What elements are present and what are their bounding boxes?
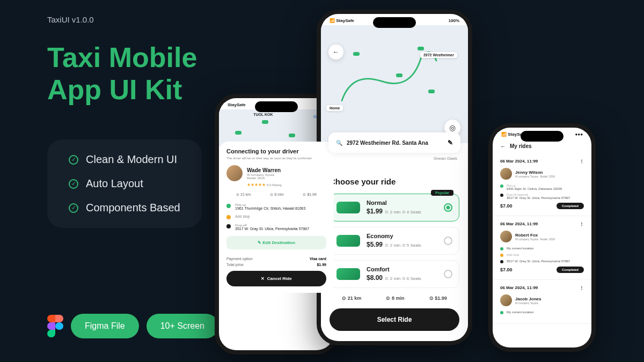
- ride-history-item[interactable]: 06 Mar 2024, 11:99⋮ Robert FoxW company …: [493, 216, 591, 280]
- car-icon: [262, 120, 268, 124]
- cancel-ride-button[interactable]: ✕ Cancel Ride: [226, 271, 326, 286]
- star-rating: ★★★★★ 5.0 Rating: [226, 182, 326, 187]
- phone-choose-ride: 📶 StaySafe100% ← Home 2972 Westheimer ◎ …: [317, 10, 472, 345]
- car-icon: [418, 47, 424, 50]
- dropoff-location[interactable]: Drop-off3517 W. Gray St. Utica, Pennsylv…: [226, 224, 326, 231]
- feature-list: ✓ Clean & Modern UI ✓ Auto Layout ✓ Comp…: [47, 139, 202, 228]
- avatar: [500, 294, 512, 306]
- pill-screen-count: 10+ Screen: [147, 314, 218, 338]
- add-stop[interactable]: Add stop: [226, 215, 326, 219]
- car-icon: [428, 90, 435, 93]
- destination-input[interactable]: 🔍 2972 Westheimer Rd. Santa Ana ✎: [328, 132, 460, 153]
- car-icon: [336, 235, 360, 247]
- dot-icon: [500, 194, 503, 197]
- sheet-title: Choose your ride: [330, 177, 459, 186]
- dot-icon: [500, 260, 503, 263]
- edit-icon[interactable]: ✎: [448, 139, 453, 146]
- avatar: [500, 168, 512, 180]
- notch: [255, 101, 298, 112]
- edit-destination-button[interactable]: ✎ Edit Destination: [226, 236, 326, 249]
- dot-icon: [500, 311, 503, 314]
- radio[interactable]: [444, 270, 452, 278]
- popular-badge: Popular: [431, 190, 453, 196]
- feature-item: ✓ Clean & Modern UI: [69, 153, 180, 166]
- page-title: Taxi Mobile App UI Kit: [47, 42, 197, 106]
- destination-pin: 2972 Westheimer: [420, 52, 457, 58]
- status-badge: Completed: [557, 203, 584, 209]
- avatar: [226, 165, 243, 181]
- radio-selected[interactable]: [444, 203, 452, 212]
- radio[interactable]: [444, 237, 452, 245]
- ride-option-economy[interactable]: Economy $5.99 ⊙ 2 min ⊙ 5 Seats: [330, 227, 459, 255]
- pickup-location[interactable]: Pick-up1901 Thornridge Cir, Shiloh, Hawa…: [226, 203, 326, 210]
- search-icon: 🔍: [336, 140, 342, 146]
- home-pin: Home: [326, 105, 343, 111]
- ride-option-comfort[interactable]: Comfort $8.00 ⊙ 2 min ⊙ 6 Seats: [330, 260, 459, 288]
- feature-item: ✓ Auto Layout: [69, 178, 180, 190]
- car-icon: [235, 131, 241, 135]
- check-icon: ✓: [69, 155, 78, 165]
- back-icon[interactable]: ←: [500, 143, 506, 149]
- notch: [521, 131, 564, 142]
- ride-option-normal[interactable]: Normal $1.99 ⊙ 2 min ⊙ 4 Seats Popular: [330, 194, 459, 221]
- avatar: [500, 231, 512, 242]
- more-icon[interactable]: ⋮: [580, 159, 584, 164]
- map-area[interactable]: ← Home 2972 Westheimer ◎: [321, 25, 468, 143]
- phone-my-rides: 📶 StaySafe●●● ← My rides 06 Mar 2024, 11…: [488, 123, 596, 352]
- more-icon[interactable]: ⋮: [580, 285, 584, 290]
- pill-figma-file: Figma File: [71, 314, 139, 338]
- figma-logo-icon: [47, 315, 63, 337]
- dot-icon: [226, 224, 231, 228]
- ride-history-item[interactable]: 06 Mar 2024, 11:99⋮ Jacob JonesW company…: [493, 280, 591, 324]
- driver-card[interactable]: Wade Warren W company Toyota Model: 2019: [226, 165, 326, 181]
- car-icon: [289, 134, 295, 137]
- bottom-row: Figma File 10+ Screen: [47, 314, 218, 338]
- sheet-title: Connecting to your driver: [226, 148, 326, 154]
- dot-icon: [500, 254, 503, 257]
- status-badge: Completed: [557, 267, 584, 273]
- car-icon: [336, 268, 360, 280]
- trip-stats: ⊙ 21 km ⊙ 8 min ⊙ $1.99: [226, 193, 326, 197]
- car-icon: [353, 52, 360, 56]
- dot-icon: [226, 215, 231, 219]
- dot-icon: [500, 184, 503, 188]
- select-ride-button[interactable]: Select Ride: [330, 308, 459, 331]
- dot-icon: [500, 247, 503, 250]
- check-icon: ✓: [69, 203, 78, 213]
- feature-item: ✓ Components Based: [69, 202, 180, 214]
- notch: [373, 17, 416, 28]
- location-list: Pick-up1901 Thornridge Cir, Shiloh, Hawa…: [226, 203, 326, 231]
- trip-summary: ⊙ 21 km ⊙ 8 min ⊙ $1.99: [330, 295, 459, 301]
- ride-history-item[interactable]: 06 Mar 2024, 11:99⋮ Jenny WilsonW compan…: [493, 153, 591, 216]
- check-icon: ✓: [69, 179, 78, 189]
- bottom-sheet: Connecting to your driver The driver wil…: [219, 142, 334, 293]
- more-icon[interactable]: ⋮: [580, 221, 584, 226]
- car-icon: [396, 73, 402, 77]
- car-icon: [336, 202, 360, 213]
- version-label: TaxiUI v1.0.0: [47, 15, 94, 24]
- ride-chooser-sheet: Choose your ride Normal $1.99 ⊙ 2 min ⊙ …: [321, 168, 468, 339]
- dot-icon: [226, 204, 231, 208]
